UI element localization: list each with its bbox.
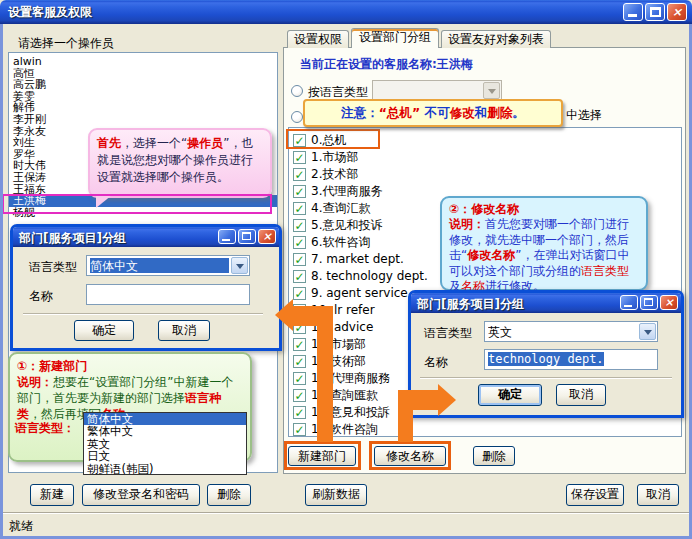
maximize-button[interactable] — [645, 3, 665, 21]
name-input[interactable] — [86, 284, 250, 305]
dropdown-arrow-icon — [483, 82, 500, 99]
delete-department-button[interactable]: 删除 — [473, 446, 515, 466]
checkbox-checked-icon[interactable]: ✓ — [293, 287, 306, 300]
department-label: 6.软件咨询 — [311, 235, 370, 249]
operator-list-item[interactable]: 姜雯 — [9, 91, 277, 103]
title-bar: 设置客服及权限 × — [0, 0, 692, 24]
radio-by-department[interactable] — [291, 111, 303, 123]
operator-list-item[interactable]: 解伟 — [9, 102, 277, 114]
checkbox-checked-icon[interactable]: ✓ — [293, 219, 306, 232]
operator-list-item[interactable]: 李开刚 — [9, 114, 277, 126]
checkbox-checked-icon[interactable]: ✓ — [293, 253, 306, 266]
language-option[interactable]: 朝鲜语(韩国) — [84, 463, 246, 475]
minimize-button[interactable] — [218, 229, 236, 244]
notice-text: 不可 — [420, 105, 449, 120]
cancel-button[interactable]: 取消 — [556, 384, 606, 406]
callout-title: ①：新建部门 — [17, 359, 87, 373]
checkbox-checked-icon[interactable]: ✓ — [293, 406, 306, 419]
name-label: 名称 — [424, 354, 448, 371]
new-department-annotation-rect — [284, 441, 361, 470]
checkbox-checked-icon[interactable]: ✓ — [293, 151, 306, 164]
checkbox-checked-icon[interactable]: ✓ — [293, 423, 306, 436]
language-type-label: 语言类型 — [424, 325, 472, 342]
radio-by-language[interactable] — [291, 85, 303, 97]
language-type-label: 语言类型： — [15, 420, 75, 436]
window-border-left — [0, 22, 3, 539]
new-operator-button[interactable]: 新建 — [30, 484, 74, 506]
tab-departments[interactable]: 设置部门分组 — [351, 28, 439, 48]
delete-operator-button[interactable]: 删除 — [207, 484, 251, 506]
tab-friend-list[interactable]: 设置友好对象列表 — [441, 30, 551, 48]
change-login-password-button[interactable]: 修改登录名和密码 — [82, 484, 200, 506]
department-row[interactable]: ✓1.市场部 — [289, 149, 681, 166]
department-label: 9. agent service — [311, 286, 408, 300]
notice-text: 和 — [475, 105, 488, 120]
language-type-combobox[interactable]: 英文 — [484, 321, 658, 342]
save-settings-button[interactable]: 保存设置 — [566, 484, 624, 506]
minimize-icon — [628, 14, 637, 17]
department-row[interactable]: ✓2.技术部 — [289, 166, 681, 183]
notice-tooltip: 注意：“总机” 不可修改和删除。 — [303, 99, 563, 127]
department-label: 3.代理商服务 — [311, 184, 382, 198]
maximize-button[interactable] — [640, 295, 658, 310]
checkbox-checked-icon[interactable]: ✓ — [293, 270, 306, 283]
maximize-button[interactable] — [238, 229, 256, 244]
minimize-icon — [222, 239, 230, 241]
operator-list-item[interactable]: 高云鹏 — [9, 79, 277, 91]
checkbox-checked-icon[interactable]: ✓ — [293, 355, 306, 368]
dropdown-arrow-icon[interactable] — [231, 257, 248, 274]
checkbox-checked-icon[interactable]: ✓ — [293, 389, 306, 402]
close-button[interactable]: × — [660, 295, 678, 310]
language-type-combobox[interactable]: 简体中文 — [86, 255, 250, 276]
callout-label: 说明： — [449, 217, 485, 231]
rename-connector-shaft — [398, 404, 413, 442]
select-operator-callout: 首先，选择一个“操作员”，也就是说您想对哪个操作员进行设置就选择哪个操作员。 — [88, 128, 272, 198]
status-bar: 就绪 — [3, 512, 689, 536]
department-label: 4.查询汇款 — [311, 201, 370, 215]
ok-button[interactable]: 确定 — [478, 384, 542, 406]
ok-button[interactable]: 确定 — [74, 320, 134, 341]
name-input[interactable]: technology dept. — [484, 349, 658, 370]
language-option[interactable]: 日文 — [84, 450, 246, 462]
language-dropdown-list[interactable]: 简体中文繁体中文英文日文朝鲜语(韩国) — [83, 412, 247, 475]
current-agent-label: 当前正在设置的客服名称:王洪梅 — [300, 56, 473, 73]
operator-list-item[interactable]: alwin — [9, 56, 277, 68]
checkbox-checked-icon[interactable]: ✓ — [293, 168, 306, 181]
close-button[interactable]: × — [667, 3, 687, 21]
dropdown-arrow-icon[interactable] — [639, 323, 656, 340]
dialog-window-controls: × — [218, 229, 276, 244]
department-label: 7. market dept. — [311, 252, 404, 266]
window-title: 设置客服及权限 — [8, 4, 92, 21]
operator-list-item[interactable]: 高恒 — [9, 68, 277, 80]
language-type-combobox — [372, 80, 502, 101]
minimize-button[interactable] — [623, 3, 643, 21]
rename-department-annotation-rect — [369, 441, 451, 470]
maximize-icon — [644, 298, 653, 306]
close-button[interactable]: × — [258, 229, 276, 244]
minimize-button[interactable] — [620, 295, 638, 310]
callout-bold-text: 首先 — [97, 136, 121, 150]
language-option[interactable]: 繁体中文 — [84, 425, 246, 437]
department-row[interactable]: ✓17.軟件咨詢 — [289, 421, 681, 437]
checkbox-checked-icon[interactable]: ✓ — [293, 185, 306, 198]
cancel-button[interactable]: 取消 — [158, 320, 210, 341]
dialog-title-bar: 部门[服务项目]分组 × — [13, 227, 279, 247]
selected-operator-annotation-rect — [2, 194, 272, 214]
department-label: 5.意见和投诉 — [311, 218, 382, 232]
refresh-data-button[interactable]: 刷新数据 — [305, 484, 367, 506]
checkbox-checked-icon[interactable]: ✓ — [293, 338, 306, 351]
checkbox-checked-icon[interactable]: ✓ — [293, 202, 306, 215]
zongji-annotation-rect — [286, 129, 380, 149]
department-label: 8. technology dept. — [311, 269, 428, 283]
checkbox-checked-icon[interactable]: ✓ — [293, 236, 306, 249]
dialog-window-controls: × — [620, 295, 678, 310]
tab-permissions[interactable]: 设置权限 — [287, 30, 349, 48]
checkbox-checked-icon[interactable]: ✓ — [293, 372, 306, 385]
select-operator-label: 请选择一个操作员 — [18, 35, 114, 52]
cancel-button[interactable]: 取消 — [637, 484, 679, 506]
language-type-value: 简体中文 — [90, 258, 229, 273]
callout-label: 说明： — [17, 375, 53, 389]
callout-title: ②：修改名称 — [449, 202, 519, 216]
arrow-right-icon — [438, 384, 456, 416]
new-department-dialog: 部门[服务项目]分组 × 语言类型 简体中文 名称 确定 取消 — [10, 224, 282, 351]
